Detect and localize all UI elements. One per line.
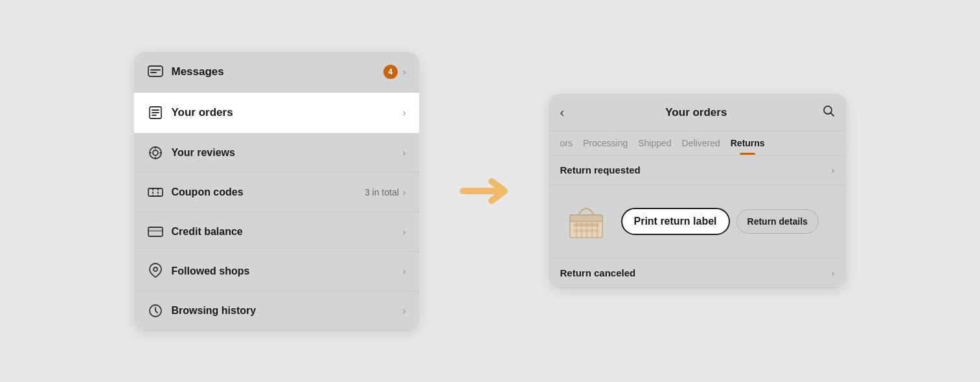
reviews-chevron: ›: [403, 148, 406, 158]
svg-point-7: [154, 267, 157, 271]
svg-rect-6: [148, 230, 163, 232]
svg-rect-11: [570, 215, 602, 221]
svg-rect-0: [148, 66, 163, 76]
your-orders-row[interactable]: Your orders ›: [134, 93, 419, 133]
return-item-area: Print return label Return details: [549, 185, 847, 258]
your-orders-chevron: ›: [403, 107, 406, 118]
menu-item-shops[interactable]: Followed shops ›: [134, 252, 419, 291]
return-details-button[interactable]: Return details: [736, 209, 819, 234]
product-img-svg: [560, 196, 612, 247]
history-label: Browsing history: [172, 305, 403, 317]
menu-item-coupons[interactable]: Coupon codes 3 in total ›: [134, 173, 419, 212]
shops-label: Followed shops: [172, 265, 403, 277]
print-return-label-button[interactable]: Print return label: [621, 208, 730, 235]
product-image: [560, 196, 612, 247]
messages-row[interactable]: Messages 4 ›: [134, 52, 419, 93]
return-canceled-chevron: ›: [832, 268, 835, 278]
coupons-label: Coupon codes: [172, 186, 365, 198]
messages-icon: [147, 63, 164, 80]
reviews-icon: [147, 144, 164, 161]
right-header: ‹ Your orders: [549, 94, 847, 131]
svg-rect-18: [573, 229, 599, 232]
tabs-row: ors Processing Shipped Delivered Returns: [549, 131, 847, 155]
svg-point-3: [153, 150, 158, 155]
history-chevron: ›: [403, 306, 406, 316]
menu-item-credit[interactable]: Credit balance ›: [134, 212, 419, 252]
messages-badge: 4: [383, 65, 398, 79]
return-requested-chevron: ›: [832, 165, 835, 175]
coupons-chevron: ›: [403, 187, 406, 197]
shops-icon: [147, 263, 164, 280]
menu-item-reviews[interactable]: Your reviews ›: [134, 133, 419, 173]
history-icon: [147, 302, 164, 319]
svg-rect-4: [148, 188, 163, 196]
arrow-icon: [458, 175, 510, 207]
arrow-container: [458, 175, 510, 207]
action-buttons: Print return label Return details: [621, 208, 819, 235]
left-panel: Messages 4 › Your orders › Your reviews …: [134, 52, 419, 331]
tab-orders[interactable]: ors: [555, 131, 578, 155]
right-panel-title: Your orders: [571, 106, 821, 119]
coupons-meta: 3 in total: [365, 187, 399, 197]
return-canceled-title: Return canceled: [560, 267, 832, 278]
tab-shipped[interactable]: Shipped: [633, 131, 676, 155]
back-button[interactable]: ‹: [560, 105, 565, 120]
messages-chevron: ›: [403, 67, 406, 77]
tab-processing[interactable]: Processing: [578, 131, 633, 155]
tab-delivered[interactable]: Delivered: [677, 131, 725, 155]
return-canceled-header[interactable]: Return canceled ›: [549, 258, 847, 288]
menu-item-history[interactable]: Browsing history ›: [134, 291, 419, 331]
search-button[interactable]: [822, 104, 835, 120]
right-panel: ‹ Your orders ors Processing Shipped Del…: [549, 94, 847, 288]
shops-chevron: ›: [403, 266, 406, 276]
coupons-icon: [147, 184, 164, 201]
credit-label: Credit balance: [172, 226, 403, 238]
reviews-label: Your reviews: [172, 147, 403, 159]
svg-rect-17: [573, 223, 599, 227]
credit-chevron: ›: [403, 227, 406, 237]
messages-label: Messages: [172, 65, 383, 78]
return-requested-title: Return requested: [560, 164, 832, 175]
credit-icon: [147, 223, 164, 240]
tab-returns[interactable]: Returns: [725, 131, 770, 155]
return-requested-header[interactable]: Return requested ›: [549, 155, 847, 185]
orders-icon: [147, 104, 164, 121]
your-orders-label: Your orders: [172, 106, 403, 119]
